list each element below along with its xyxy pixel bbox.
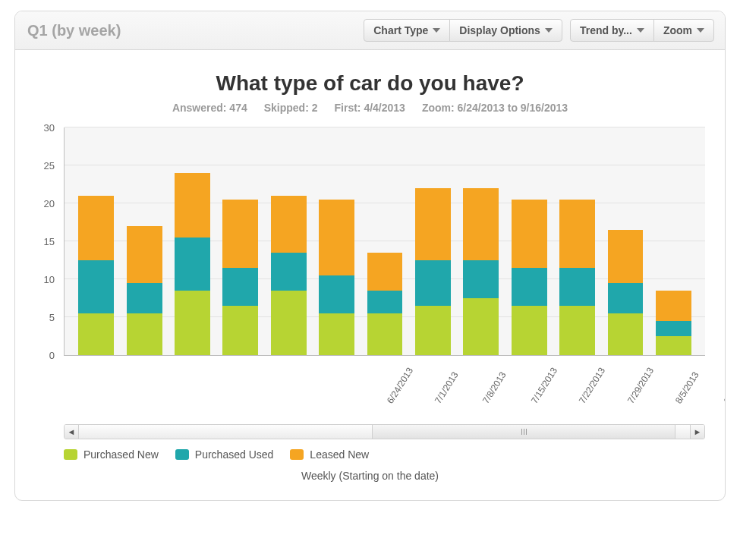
bar-segment[interactable] [271, 196, 307, 253]
toolbar-group-left: Chart Type Display Options [364, 19, 562, 42]
legend-swatch [290, 449, 304, 460]
scroll-thumb[interactable] [372, 425, 675, 439]
bar-segment[interactable] [127, 226, 162, 283]
display-options-button[interactable]: Display Options [449, 19, 562, 42]
chevron-down-icon [433, 28, 440, 33]
toolbar-group-right: Trend by... Zoom [570, 19, 714, 42]
bar-segment[interactable] [222, 200, 258, 268]
bar-segment[interactable] [415, 306, 451, 355]
bar-segment[interactable] [271, 253, 307, 291]
y-tick: 20 [35, 198, 55, 209]
bar-segment[interactable] [415, 260, 451, 306]
bar-segment[interactable] [608, 283, 644, 313]
bar-stack [271, 196, 307, 355]
y-tick: 0 [35, 350, 55, 361]
bar-stack [222, 200, 258, 355]
meta-first-value: 4/4/2013 [364, 102, 405, 114]
legend-item[interactable]: Purchased New [64, 448, 159, 461]
bar-stack [415, 188, 451, 355]
bar-segment[interactable] [608, 313, 644, 355]
x-tick-label: 7/15/2013 [529, 359, 555, 400]
bar-segment[interactable] [127, 283, 162, 313]
bar-segment[interactable] [222, 306, 258, 355]
meta-zoom: Zoom: 6/24/2013 to 9/16/2013 [422, 102, 568, 114]
x-tick-label: 8/12/2013 [722, 359, 726, 400]
bar-column [168, 127, 216, 355]
bar-segment[interactable] [367, 253, 403, 291]
bar-stack [127, 226, 162, 355]
bar-stack [78, 196, 114, 355]
bar-segment[interactable] [222, 268, 258, 306]
bar-segment[interactable] [463, 298, 499, 355]
bar-segment[interactable] [512, 268, 547, 306]
bar-segment[interactable] [319, 200, 354, 275]
bar-segment[interactable] [271, 291, 307, 355]
meta-answered-value: 474 [229, 102, 247, 114]
bar-segment[interactable] [512, 306, 547, 355]
legend-label: Purchased Used [195, 448, 274, 461]
chart-footer: Weekly (Starting on the date) [35, 470, 705, 482]
bar-segment[interactable] [656, 321, 691, 336]
chart-type-label: Chart Type [373, 24, 428, 36]
bar-segment[interactable] [656, 291, 691, 321]
bar-column [601, 127, 649, 355]
bar-segment[interactable] [319, 275, 354, 313]
meta-skipped: Skipped: 2 [264, 102, 318, 114]
zoom-label: Zoom [663, 24, 692, 36]
trend-by-button[interactable]: Trend by... [570, 19, 654, 42]
y-tick: 30 [35, 122, 55, 134]
bar-segment[interactable] [127, 313, 162, 355]
bar-stack [608, 230, 644, 355]
panel-body: What type of car do you have? Answered: … [15, 50, 725, 500]
bar-segment[interactable] [512, 200, 547, 268]
bar-segment[interactable] [78, 313, 114, 355]
bar-column [216, 127, 264, 355]
bar-segment[interactable] [319, 313, 354, 355]
legend-item[interactable]: Leased New [290, 448, 369, 461]
chart-type-button[interactable]: Chart Type [364, 19, 450, 42]
bar-segment[interactable] [175, 238, 210, 291]
scroll-track[interactable] [79, 425, 690, 439]
x-axis-labels: 6/24/20137/1/20137/8/20137/15/20137/22/2… [64, 356, 705, 400]
bar-stack [175, 173, 210, 355]
chevron-down-icon [637, 28, 644, 33]
bar-segment[interactable] [175, 173, 210, 238]
scroll-left-button[interactable]: ◄ [65, 425, 79, 439]
legend: Purchased NewPurchased UsedLeased New [64, 448, 705, 461]
bar-segment[interactable] [367, 291, 403, 313]
bar-segment[interactable] [559, 306, 595, 355]
chart-area: 051015202530 [35, 127, 705, 356]
time-scrollbar[interactable]: ◄ ► [64, 424, 705, 439]
bar-segment[interactable] [78, 260, 114, 313]
triangle-left-icon: ◄ [68, 427, 76, 436]
legend-swatch [64, 449, 77, 460]
y-axis: 051015202530 [35, 127, 59, 355]
bar-segment[interactable] [463, 188, 499, 260]
bar-column [361, 127, 408, 355]
bar-column [72, 127, 120, 355]
scroll-right-button[interactable]: ► [690, 425, 704, 439]
legend-item[interactable]: Purchased Used [175, 448, 274, 461]
chart-title: What type of car do you have? [35, 71, 705, 96]
zoom-button[interactable]: Zoom [653, 19, 714, 42]
bar-stack [656, 291, 691, 355]
meta-first: First: 4/4/2013 [335, 102, 405, 114]
bar-segment[interactable] [415, 188, 451, 260]
bar-segment[interactable] [78, 196, 114, 260]
bar-segment[interactable] [559, 268, 595, 306]
bar-segment[interactable] [559, 200, 595, 268]
x-tick-label: 7/22/2013 [577, 359, 603, 400]
x-tick-label: 7/8/2013 [480, 359, 506, 400]
bar-stack [319, 200, 354, 355]
plot-area [64, 127, 705, 356]
bar-segment[interactable] [656, 336, 691, 355]
chevron-down-icon [545, 28, 553, 33]
triangle-right-icon: ► [694, 427, 702, 436]
bar-segment[interactable] [608, 230, 644, 283]
bar-segment[interactable] [175, 291, 210, 355]
bar-segment[interactable] [463, 260, 499, 298]
chart-panel: Q1 (by week) Chart Type Display Options … [14, 11, 726, 501]
bar-column [409, 127, 457, 355]
bar-stack [367, 253, 403, 355]
bar-segment[interactable] [367, 313, 403, 355]
